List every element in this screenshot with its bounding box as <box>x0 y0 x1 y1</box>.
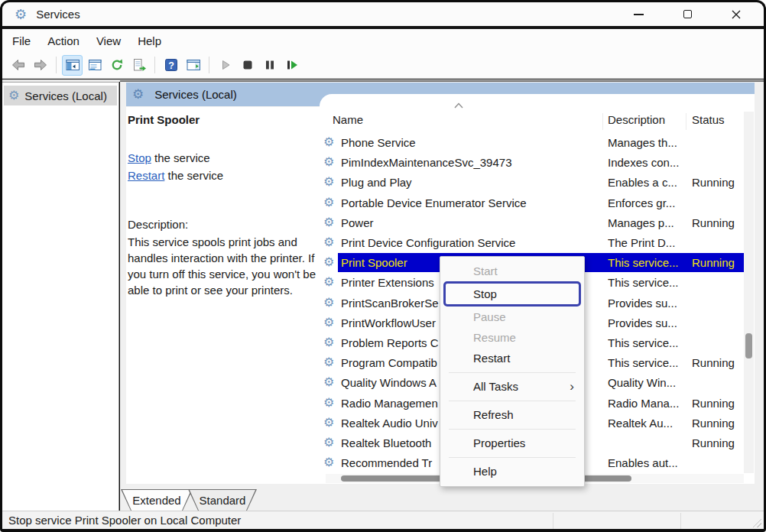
restart-service-icon <box>284 57 300 73</box>
service-description: Provides su... <box>608 297 677 310</box>
context-menu-item-label: Refresh <box>473 408 514 421</box>
service-gear-icon: ⚙ <box>323 256 334 268</box>
toolbar-back-button[interactable] <box>8 55 28 76</box>
context-menu-item-label: Start <box>473 264 498 277</box>
toolbar-refresh-button[interactable] <box>106 55 127 76</box>
service-description: Enforces gr... <box>608 196 675 209</box>
resize-grip[interactable] <box>752 518 761 527</box>
service-description: Indexes con... <box>608 156 679 169</box>
service-gear-icon: ⚙ <box>323 356 334 368</box>
minimize-button[interactable] <box>623 2 654 26</box>
service-description: This service... <box>608 256 679 269</box>
toolbar-separator <box>154 57 155 73</box>
context-menu-separator <box>449 429 576 430</box>
status-bar-divider <box>553 513 553 529</box>
column-separator[interactable] <box>686 113 686 130</box>
service-description: Enables aut... <box>608 456 678 469</box>
context-menu-item-refresh[interactable]: Refresh <box>440 404 584 425</box>
context-menu-separator <box>449 372 576 373</box>
service-name: Portable Device Enumerator Service <box>341 196 527 209</box>
stop-service-link[interactable]: Stop <box>128 151 151 164</box>
service-gear-icon: ⚙ <box>323 436 334 449</box>
service-description-pane: Print Spooler Stop the service Restart t… <box>126 107 320 484</box>
service-row-print-device-configuration-service[interactable]: ⚙Print Device Configuration ServiceThe P… <box>320 233 744 253</box>
context-menu-item-start[interactable]: Start <box>440 261 584 281</box>
menu-action[interactable]: Action <box>39 34 88 47</box>
tab-standard[interactable]: Standard <box>188 489 257 511</box>
selected-service-title: Print Spooler <box>128 113 200 126</box>
context-menu-item-label: Pause <box>473 310 506 323</box>
tree-item-services-local[interactable]: ⚙ Services (Local) <box>4 86 117 105</box>
description-text: This service spools print jobs and handl… <box>128 234 323 298</box>
service-gear-icon: ⚙ <box>323 156 334 168</box>
column-header-description[interactable]: Description <box>608 113 665 126</box>
context-menu-item-help[interactable]: Help <box>440 461 584 482</box>
title-bar: ⚙ Services <box>2 2 764 26</box>
service-gear-icon: ⚙ <box>323 176 334 188</box>
toolbar-export-list-button[interactable] <box>128 55 149 76</box>
column-separator[interactable] <box>602 113 603 130</box>
service-gear-icon: ⚙ <box>323 136 334 148</box>
context-menu-item-all-tasks[interactable]: All Tasks› <box>440 376 584 397</box>
context-menu-item-label: Restart <box>473 352 510 365</box>
toolbar-show-hide-console-tree-button[interactable] <box>62 55 83 76</box>
menu-file[interactable]: File <box>4 34 39 47</box>
service-status: Running <box>692 216 735 229</box>
toolbar-show-hide-action-pane-button[interactable] <box>183 55 203 76</box>
show-hide-action-pane-icon <box>186 57 201 73</box>
status-bar-divider <box>680 513 681 529</box>
service-status: Running <box>692 397 735 410</box>
service-description: Provides su... <box>608 316 677 329</box>
service-name: Program Compatib <box>341 356 437 369</box>
toolbar-pause-service-button[interactable] <box>259 55 280 76</box>
service-description: This service... <box>608 336 679 349</box>
close-icon <box>731 9 742 20</box>
context-menu-separator <box>449 401 576 401</box>
close-button[interactable] <box>721 2 751 26</box>
toolbar-help-button[interactable]: ? <box>161 55 181 76</box>
toolbar-stop-service-button[interactable] <box>237 55 258 76</box>
column-header-status[interactable]: Status <box>692 113 725 126</box>
context-menu-item-pause[interactable]: Pause <box>440 307 584 327</box>
show-hide-console-tree-icon <box>65 57 80 73</box>
service-row-phone-service[interactable]: ⚙Phone ServiceManages th... <box>320 133 744 153</box>
extended-view-header-title: Services (Local) <box>154 88 237 101</box>
service-name: Phone Service <box>341 136 416 149</box>
maximize-button[interactable] <box>672 2 703 26</box>
description-label: Description: <box>128 218 188 231</box>
vertical-scrollbar-thumb[interactable] <box>745 333 752 358</box>
service-row-power[interactable]: ⚙PowerManages p...Running <box>320 213 744 233</box>
context-menu-item-restart[interactable]: Restart <box>440 348 584 368</box>
stop-service-icon <box>240 57 255 73</box>
service-gear-icon: ⚙ <box>323 196 334 209</box>
forward-icon <box>33 57 48 73</box>
toolbar-properties-button[interactable] <box>84 55 105 76</box>
toolbar-restart-service-button[interactable] <box>281 55 302 76</box>
restart-service-line: Restart the service <box>128 167 223 185</box>
toolbar-separator <box>56 57 57 73</box>
tree-item-label: Services (Local) <box>24 89 107 102</box>
service-status: Running <box>692 176 735 189</box>
context-menu-item-resume[interactable]: Resume <box>440 327 584 348</box>
service-name: PrintWorkflowUser <box>341 316 436 329</box>
minimize-icon <box>634 14 644 15</box>
menu-view[interactable]: View <box>88 34 129 47</box>
vertical-scrollbar[interactable] <box>744 112 754 473</box>
menu-help[interactable]: Help <box>129 34 170 47</box>
service-gear-icon: ⚙ <box>323 397 334 409</box>
column-header-name[interactable]: Name <box>333 113 363 126</box>
service-row-portable-device-enumerator-service[interactable]: ⚙Portable Device Enumerator ServiceEnfor… <box>320 193 744 213</box>
service-row-plug-and-play[interactable]: ⚙Plug and PlayEnables a c...Running <box>320 173 744 193</box>
service-description: Radio Mana... <box>608 397 679 410</box>
context-menu-item-properties[interactable]: Properties <box>440 433 584 453</box>
tab-extended[interactable]: Extended <box>121 489 193 511</box>
properties-icon <box>87 57 102 73</box>
service-gear-icon: ⚙ <box>323 376 334 388</box>
start-service-icon <box>218 57 233 73</box>
context-menu-item-stop[interactable]: Stop <box>443 281 581 307</box>
service-row-pimindexmaintenancesvc-39473[interactable]: ⚙PimIndexMaintenanceSvc_39473Indexes con… <box>320 153 744 173</box>
restart-service-link[interactable]: Restart <box>128 169 164 182</box>
back-icon <box>11 57 26 73</box>
toolbar-forward-button[interactable] <box>30 55 50 76</box>
toolbar-start-service-button[interactable] <box>215 55 235 76</box>
